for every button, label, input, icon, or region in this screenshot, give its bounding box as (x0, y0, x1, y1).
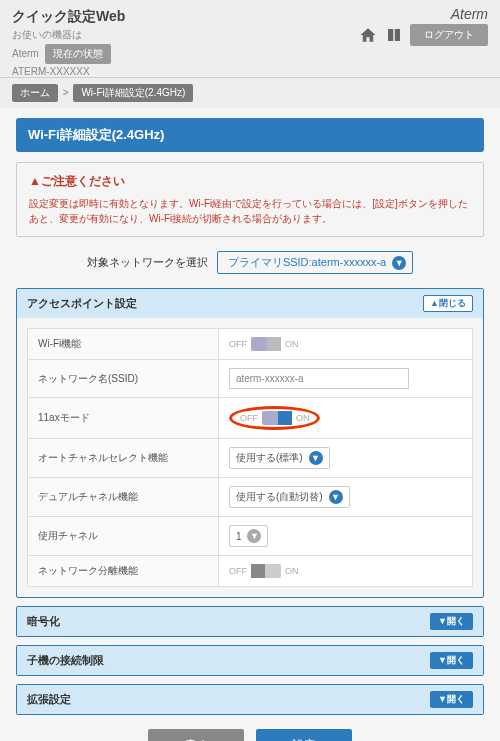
ssid-input[interactable] (229, 368, 409, 389)
channel-select: 1▼ (229, 525, 269, 547)
logout-button[interactable]: ログアウト (410, 24, 488, 46)
table-row: 11axモード OFFON (28, 398, 473, 439)
access-point-panel: アクセスポイント設定 ▲閉じる Wi-Fi機能 OFFON ネットワーク名(SS… (16, 288, 484, 598)
status-button[interactable]: 現在の状態 (45, 44, 111, 64)
advanced-panel: 拡張設定▼開く (16, 684, 484, 715)
expand-button[interactable]: ▼開く (430, 652, 473, 669)
home-icon[interactable] (358, 26, 378, 44)
device-model: ATERM-XXXXXX (12, 66, 488, 77)
auto-channel-select[interactable]: 使用する(標準)▼ (229, 447, 330, 469)
ap-settings-table: Wi-Fi機能 OFFON ネットワーク名(SSID) 11axモード (27, 328, 473, 587)
table-row: ネットワーク名(SSID) (28, 360, 473, 398)
manual-icon[interactable] (384, 26, 404, 44)
table-row: Wi-Fi機能 OFFON (28, 329, 473, 360)
breadcrumb: ホーム > Wi-Fi詳細設定(2.4GHz) (0, 78, 500, 108)
network-select[interactable]: プライマリSSID:aterm-xxxxxx-a ▼ (217, 251, 413, 274)
ap-panel-title: アクセスポイント設定 (27, 296, 137, 311)
network-select-row: 対象ネットワークを選択 プライマリSSID:aterm-xxxxxx-a ▼ (16, 251, 484, 274)
wifi-toggle[interactable]: OFFON (229, 337, 299, 351)
page-title: Wi-Fi詳細設定(2.4GHz) (16, 118, 484, 152)
client-restriction-panel: 子機の接続制限▼開く (16, 645, 484, 676)
encryption-panel: 暗号化▼開く (16, 606, 484, 637)
breadcrumb-current: Wi-Fi詳細設定(2.4GHz) (73, 84, 193, 102)
notice-title: ▲ご注意ください (29, 173, 471, 190)
dual-channel-select[interactable]: 使用する(自動切替)▼ (229, 486, 350, 508)
chevron-down-icon: ▼ (392, 256, 406, 270)
chevron-down-icon: ▼ (309, 451, 323, 465)
separation-toggle[interactable]: OFFON (229, 564, 299, 578)
brand-logo: Aterm (451, 6, 488, 22)
notice-body: 設定変更は即時に有効となります。Wi-Fi経由で設定を行っている場合には、[設定… (29, 196, 471, 226)
save-button[interactable]: 設定 (256, 729, 352, 741)
11ax-toggle[interactable]: OFFON (240, 411, 310, 425)
expand-button[interactable]: ▼開く (430, 613, 473, 630)
table-row: 使用チャネル 1▼ (28, 517, 473, 556)
back-button[interactable]: 戻る (148, 729, 244, 741)
collapse-button[interactable]: ▲閉じる (423, 295, 473, 312)
table-row: オートチャネルセレクト機能 使用する(標準)▼ (28, 439, 473, 478)
expand-button[interactable]: ▼開く (430, 691, 473, 708)
notice-box: ▲ご注意ください 設定変更は即時に有効となります。Wi-Fi経由で設定を行ってい… (16, 162, 484, 237)
device-series: Aterm (12, 48, 39, 59)
table-row: ネットワーク分離機能 OFFON (28, 556, 473, 587)
chevron-down-icon: ▼ (329, 490, 343, 504)
table-row: デュアルチャネル機能 使用する(自動切替)▼ (28, 478, 473, 517)
header: Aterm クイック設定Web お使いの機器は Aterm 現在の状態 ATER… (0, 0, 500, 78)
breadcrumb-home[interactable]: ホーム (12, 84, 58, 102)
chevron-down-icon: ▼ (247, 529, 261, 543)
network-select-label: 対象ネットワークを選択 (87, 256, 208, 268)
